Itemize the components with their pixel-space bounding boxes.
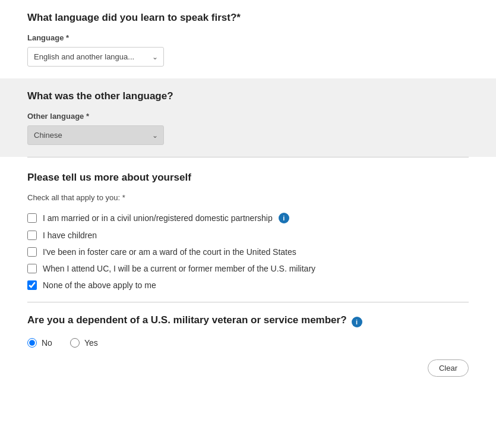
checkbox-group: I am married or in a civil union/registe… — [27, 213, 469, 290]
other-language-section: What was the other language? Other langu… — [0, 78, 496, 157]
language-label: Language * — [27, 33, 469, 42]
married-label: I am married or in a civil union/registe… — [43, 213, 273, 223]
children-checkbox-item: I have children — [27, 231, 469, 240]
military-dependent-section: Are you a dependent of a U.S. military v… — [0, 302, 496, 354]
language-select[interactable]: English and another langua... English on… — [27, 47, 164, 67]
military-member-checkbox-item: When I attend UC, I will be a current or… — [27, 264, 469, 273]
more-about-yourself-section: Please tell us more about yourself Check… — [0, 157, 496, 302]
yes-radio[interactable] — [70, 338, 80, 348]
married-checkbox-item: I am married or in a civil union/registe… — [27, 213, 469, 223]
no-label: No — [42, 338, 52, 348]
other-language-title: What was the other language? — [27, 90, 469, 102]
other-language-select-wrapper: Chinese Spanish French German Japanese K… — [27, 125, 164, 145]
none-label: None of the above apply to me — [43, 280, 156, 290]
foster-label: I've been in foster care or am a ward of… — [43, 247, 296, 257]
military-dependent-title: Are you a dependent of a U.S. military v… — [27, 314, 347, 326]
more-about-yourself-title: Please tell us more about yourself — [27, 172, 469, 184]
clear-button[interactable]: Clear — [428, 359, 469, 377]
military-dependent-info-icon[interactable]: i — [352, 317, 362, 327]
check-all-subtitle: Check all that apply to you: * — [27, 193, 469, 202]
no-radio-item[interactable]: No — [27, 338, 52, 348]
other-language-label: Other language * — [27, 112, 469, 121]
none-checkbox-item: None of the above apply to me — [27, 280, 469, 290]
yes-label: Yes — [84, 338, 98, 348]
bottom-row: Clear — [0, 354, 496, 389]
foster-checkbox-item: I've been in foster care or am a ward of… — [27, 247, 469, 257]
foster-checkbox[interactable] — [27, 247, 37, 257]
married-checkbox[interactable] — [27, 213, 37, 223]
married-info-icon[interactable]: i — [279, 213, 289, 223]
yes-radio-item[interactable]: Yes — [70, 338, 98, 348]
children-label: I have children — [43, 231, 97, 240]
none-checkbox[interactable] — [27, 280, 37, 290]
military-member-label: When I attend UC, I will be a current or… — [43, 264, 315, 273]
military-dependent-radio-group: No Yes — [27, 338, 469, 348]
language-select-wrapper: English and another langua... English on… — [27, 47, 164, 67]
no-radio[interactable] — [27, 338, 37, 348]
military-member-checkbox[interactable] — [27, 264, 37, 273]
other-language-select[interactable]: Chinese Spanish French German Japanese K… — [27, 125, 164, 145]
first-language-title: What language did you learn to speak fir… — [27, 12, 469, 24]
children-checkbox[interactable] — [27, 231, 37, 240]
first-language-section: What language did you learn to speak fir… — [0, 0, 496, 78]
